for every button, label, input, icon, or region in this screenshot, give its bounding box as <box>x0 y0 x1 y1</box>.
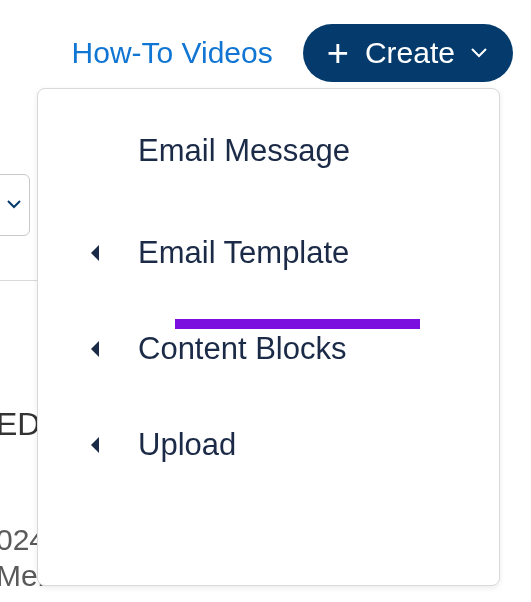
menu-item-label: Content Blocks <box>138 331 347 367</box>
toolbar: How-To Videos + Create <box>0 0 531 102</box>
chevron-down-icon <box>471 48 487 58</box>
partial-text-ed: ED <box>0 406 40 443</box>
select-dropdown[interactable] <box>0 174 30 236</box>
create-dropdown-menu: Email Message Email Template Content Blo… <box>37 88 500 586</box>
create-button-label: Create <box>365 36 455 70</box>
highlight-annotation <box>175 319 420 329</box>
menu-item-label: Email Message <box>138 133 350 169</box>
chevron-left-icon <box>88 243 102 263</box>
menu-item-label: Email Template <box>138 235 349 271</box>
chevron-left-icon <box>88 435 102 455</box>
menu-item-upload[interactable]: Upload <box>38 397 499 493</box>
plus-icon: + <box>327 34 349 72</box>
menu-item-content-blocks[interactable]: Content Blocks <box>38 301 499 397</box>
chevron-down-icon <box>7 200 21 210</box>
menu-item-label: Upload <box>138 427 236 463</box>
howto-videos-link[interactable]: How-To Videos <box>72 36 273 70</box>
menu-item-email-template[interactable]: Email Template <box>38 205 499 301</box>
chevron-left-icon <box>88 339 102 359</box>
create-button[interactable]: + Create <box>303 24 513 82</box>
menu-item-email-message[interactable]: Email Message <box>38 125 499 205</box>
